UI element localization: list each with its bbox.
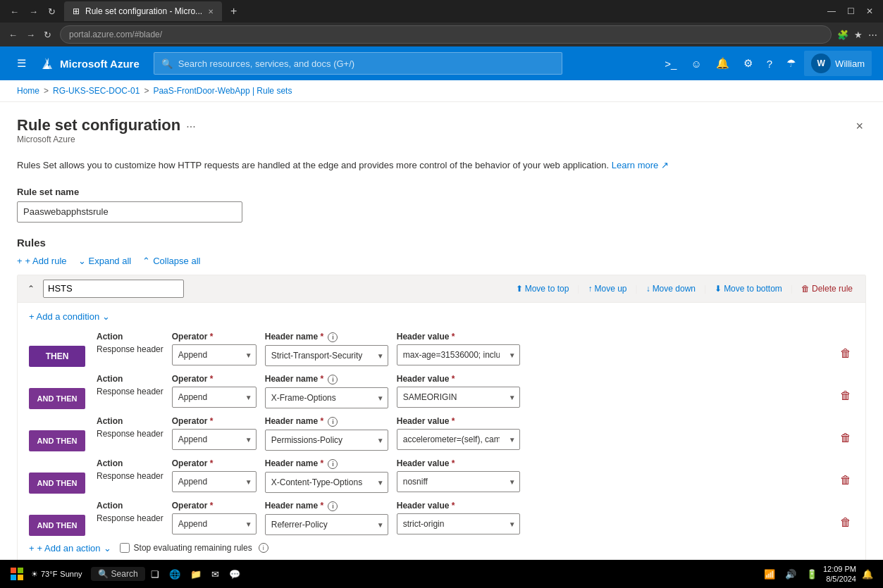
breadcrumb-ruleset[interactable]: PaaS-FrontDoor-WebApp | Rule sets (153, 86, 292, 96)
add-rule-btn[interactable]: + + Add rule (17, 256, 67, 266)
hsts-stop-eval-label: Stop evaluating remaining rules (134, 543, 252, 553)
hsts-move-to-bottom-btn[interactable]: ⬇ Move to bottom (710, 282, 786, 296)
forward-btn[interactable]: → (26, 5, 41, 18)
header-name-select-4[interactable]: Referrer-Policy (265, 514, 388, 535)
explorer-btn[interactable]: 📁 (186, 566, 206, 582)
hsts-move-down-btn[interactable]: ↓ Move down (642, 282, 700, 296)
taskbar-clock[interactable]: 12:09 PM 8/5/2024 (823, 564, 856, 584)
action-delete-2[interactable]: 🗑 (837, 429, 854, 447)
addr-forward-btn[interactable]: → (23, 28, 38, 42)
operator-group-0: Operator * Append Overwrite Delete ▼ (172, 332, 257, 365)
header-value-select-3[interactable]: nosniff (397, 471, 520, 492)
hsts-add-action-btn[interactable]: + + Add an action ⌄ (29, 543, 111, 553)
collapse-all-btn[interactable]: ⌃ Collapse all (142, 256, 200, 266)
operator-select-1[interactable]: Append Overwrite (172, 387, 257, 408)
panel-close-btn[interactable]: × (853, 116, 866, 137)
notifications-btn[interactable]: 🔔 (710, 53, 735, 74)
hamburger-menu[interactable]: ☰ (11, 53, 32, 74)
battery-icon[interactable]: 🔋 (802, 566, 822, 582)
header-name-select-0[interactable]: Strict-Transport-Security (265, 345, 388, 366)
operator-select-4[interactable]: Append (172, 513, 257, 534)
maximize-btn[interactable]: ☐ (844, 5, 858, 18)
operator-group-1: Operator * Append Overwrite ▼ (172, 374, 257, 408)
breadcrumb-home[interactable]: Home (17, 86, 39, 96)
header-value-select-2[interactable]: accelerometer=(self), camer... (397, 429, 520, 450)
help-btn[interactable]: ? (761, 54, 778, 74)
notification-center-icon[interactable]: 🔔 (858, 566, 877, 582)
browser-tab[interactable]: ⊞ Rule set configuration - Micro... ✕ (64, 1, 222, 21)
task-view-btn[interactable]: ❑ (147, 566, 163, 582)
rule-set-name-input[interactable] (17, 201, 242, 223)
rule-hsts-collapse-btn[interactable]: ⌃ (26, 282, 36, 295)
mail-btn[interactable]: ✉ (207, 566, 223, 582)
header-value-select-1[interactable]: SAMEORIGIN (397, 387, 520, 408)
hsts-move-to-top-btn[interactable]: ⬆ Move to top (512, 282, 574, 296)
network-icon[interactable]: 📶 (760, 566, 779, 582)
header-value-select-wrap-0: max-age=31536000; includ... ▼ (397, 344, 520, 365)
search-taskbar-btn[interactable]: 🔍 Search (91, 567, 145, 581)
header-name-info-2[interactable]: i (328, 417, 338, 427)
cloud-shell-btn[interactable]: >_ (659, 54, 682, 74)
new-tab-btn[interactable]: + (228, 4, 240, 19)
main-content: Rule set configuration ··· Microsoft Azu… (0, 102, 883, 588)
header-name-info-1[interactable]: i (328, 375, 338, 384)
extensions-icon[interactable]: 🧩 (837, 30, 848, 40)
rule-hsts-body: + Add a condition ⌄ THEN Action Response… (18, 303, 865, 562)
feedback-btn[interactable]: ☺ (685, 54, 707, 74)
content-scroll: Rules Set allows you to customize how HT… (17, 158, 866, 588)
operator-label-0: Operator * (172, 332, 257, 342)
stop-eval-info-icon[interactable]: i (259, 543, 268, 553)
teams-btn[interactable]: 💬 (225, 566, 245, 582)
close-window-btn[interactable]: ✕ (863, 5, 876, 18)
addr-refresh-btn[interactable]: ↻ (41, 28, 54, 42)
action-type-group-2: Action Response header (97, 416, 163, 439)
action-delete-3[interactable]: 🗑 (837, 471, 854, 489)
header-value-select-4[interactable]: strict-origin (397, 513, 520, 534)
minimize-btn[interactable]: — (825, 5, 839, 18)
support-btn[interactable]: ☂ (781, 53, 801, 74)
header-value-select-0[interactable]: max-age=31536000; includ... (397, 344, 520, 365)
operator-select-0[interactable]: Append Overwrite Delete (172, 344, 257, 365)
action-fields-4: Action Response header Operator * Append… (97, 501, 832, 535)
settings-btn[interactable]: ⚙ (738, 53, 758, 74)
hsts-add-condition-btn[interactable]: + Add a condition ⌄ (29, 311, 110, 322)
action-delete-0[interactable]: 🗑 (837, 344, 854, 363)
header-name-select-1[interactable]: X-Frame-Options (265, 387, 388, 408)
rule-hsts-name-input[interactable] (43, 280, 184, 298)
header-name-select-2[interactable]: Permissions-Policy (265, 430, 388, 451)
header-name-info-3[interactable]: i (328, 459, 338, 469)
action-delete-1[interactable]: 🗑 (837, 387, 854, 405)
more-options-icon[interactable]: ⋯ (868, 30, 877, 40)
header-value-group-1: Header value * SAMEORIGIN ▼ (397, 374, 520, 408)
rule-set-name-label: Rule set name (17, 187, 866, 197)
operator-select-2[interactable]: Append (172, 429, 257, 450)
user-menu-btn[interactable]: W William (804, 51, 872, 76)
expand-all-btn[interactable]: ⌄ Expand all (78, 256, 132, 266)
edge-browser-btn[interactable]: 🌐 (165, 566, 185, 582)
header-name-info-4[interactable]: i (328, 501, 338, 511)
action-type-group-0: Action Response header (97, 332, 163, 354)
refresh-btn[interactable]: ↻ (45, 5, 58, 18)
address-bar[interactable]: portal.azure.com/#blade/ (60, 25, 832, 44)
header-name-info-0[interactable]: i (328, 332, 338, 342)
tab-close-icon[interactable]: ✕ (208, 8, 214, 15)
hsts-move-up-btn[interactable]: ↑ Move up (583, 282, 631, 296)
breadcrumb-rg[interactable]: RG-UKS-SEC-DOC-01 (53, 86, 140, 96)
learn-more-link[interactable]: Learn more ↗ (612, 160, 669, 170)
start-button[interactable] (6, 563, 28, 585)
back-btn[interactable]: ← (7, 5, 22, 18)
breadcrumb-sep-2: > (144, 86, 149, 96)
action-delete-4[interactable]: 🗑 (837, 513, 854, 532)
favorites-icon[interactable]: ★ (854, 30, 863, 40)
sound-icon[interactable]: 🔊 (781, 566, 801, 582)
page-subtitle: Microsoft Azure (17, 135, 196, 144)
azure-search-bar[interactable]: 🔍 Search resources, services, and docs (… (154, 52, 562, 75)
operator-select-3[interactable]: Append (172, 471, 257, 492)
hsts-delete-btn[interactable]: 🗑 Delete rule (797, 282, 857, 296)
hsts-stop-eval-checkbox[interactable] (120, 543, 130, 553)
more-options-btn[interactable]: ··· (186, 120, 195, 133)
browser-nav[interactable]: ← → ↻ (7, 5, 58, 18)
header-name-select-3[interactable]: X-Content-Type-Options (265, 472, 388, 493)
addr-back-btn[interactable]: ← (6, 28, 20, 42)
weather-widget[interactable]: ☀ 73°F Sunny (31, 570, 82, 579)
